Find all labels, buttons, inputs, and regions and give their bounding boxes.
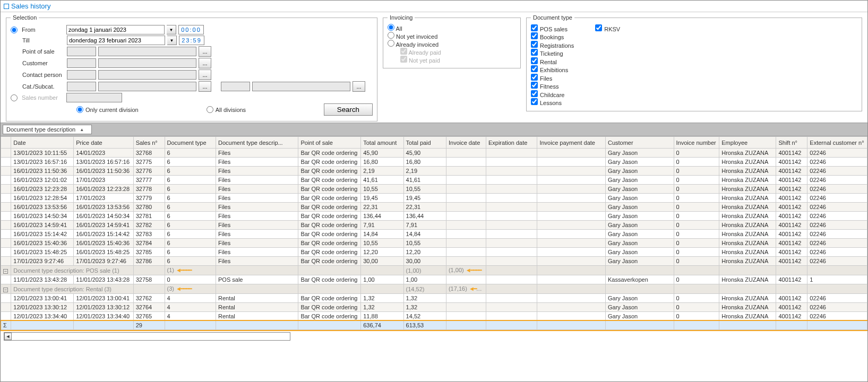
till-date-input[interactable] [67,36,165,45]
group-chip-label: Document type description [6,126,75,133]
invoicing-notyet-label: Not yet invoiced [396,33,437,40]
from-label: From [22,27,64,33]
col-header[interactable]: External customer n° [807,137,867,149]
pos-code-input[interactable] [67,47,96,56]
salesnum-radio[interactable] [11,94,18,101]
table-row[interactable]: 16/01/2023 15:40:3616/01/2023 15:40:3632… [1,239,867,248]
col-header[interactable]: Shift n° [776,137,807,149]
doctype-check-5[interactable] [531,65,538,72]
from-date-input[interactable] [66,25,165,34]
pos-name-input[interactable] [98,47,196,56]
doctype-check-0[interactable] [531,24,538,31]
table-row[interactable]: 17/01/2023 9:27:4617/01/2023 9:27:463278… [1,257,867,266]
table-row[interactable]: 16/01/2023 11:50:3616/01/2023 11:50:3632… [1,167,867,176]
salesnum-label: Sales number [22,94,64,101]
table-row[interactable]: 16/01/2023 15:14:4216/01/2023 15:14:4232… [1,230,867,239]
cat-name-input[interactable] [98,82,196,91]
customer-label: Customer [22,60,65,66]
table-row[interactable]: 12/01/2023 13:00:4112/01/2023 13:00:4132… [1,294,867,303]
col-header[interactable]: Point of sale [298,137,361,149]
table-row[interactable]: 16/01/2023 12:23:2816/01/2023 12:23:2832… [1,185,867,194]
already-paid-check [400,48,407,55]
scroll-left-icon[interactable]: ◄ [4,333,12,340]
table-row[interactable]: 13/01/2023 16:57:1613/01/2023 16:57:1632… [1,158,867,167]
group-chip[interactable]: Document type description ▲ [3,125,92,134]
col-header[interactable]: Employee [719,137,776,149]
doctype-label-1: Bookings [540,34,564,40]
invoicing-legend: Invoicing [388,14,415,21]
table-row[interactable]: 16/01/2023 14:50:3416/01/2023 14:50:3432… [1,212,867,221]
col-header[interactable]: Document type [165,137,216,149]
only-current-radio[interactable] [76,106,83,113]
invoicing-notyet-radio[interactable] [388,32,394,39]
col-header[interactable]: Expiration date [486,137,537,149]
collapse-icon[interactable]: − [3,269,8,274]
from-time-input[interactable] [178,25,204,34]
customer-lookup-button[interactable]: ... [199,58,211,68]
table-row[interactable]: 12/01/2023 13:30:1212/01/2023 13:30:1232… [1,303,867,312]
customer-name-input[interactable] [98,58,196,68]
doctype-label-2: Registrations [540,42,574,49]
doctype-check-4[interactable] [531,57,538,64]
table-row[interactable]: 16/01/2023 13:53:5616/01/2023 13:53:5632… [1,203,867,212]
col-header[interactable]: Sales n° [133,137,165,149]
doctype-check-6[interactable] [531,74,538,81]
doctype-check-7[interactable] [531,82,538,89]
invoicing-already-radio[interactable] [388,40,394,47]
col-header[interactable]: Total paid [403,137,446,149]
doctype-label-5: Exhibitions [540,67,568,73]
search-button[interactable]: Search [324,103,373,116]
table-row[interactable]: 11/01/2023 13:43:2811/01/2023 13:43:2832… [1,275,867,284]
all-divisions-label: All divisions [216,107,246,113]
col-header[interactable]: Customer [605,137,674,149]
doctype-check-3[interactable] [531,49,538,56]
subcat-name-input[interactable] [252,82,350,91]
group-header[interactable]: −Document type description: POS sale (1)… [1,266,867,275]
horizontal-scrollbar[interactable]: ◄ [4,332,290,341]
col-header[interactable]: Total amount [361,137,403,149]
pos-lookup-button[interactable]: ... [199,46,211,57]
contact-label: Contact person [22,72,65,78]
col-header[interactable]: Date [11,137,74,149]
cat-lookup-button[interactable]: ... [199,81,211,92]
table-row[interactable]: 16/01/2023 12:01:0217/01/2023327776Files… [1,176,867,185]
sales-grid[interactable]: DatePrice dateSales n°Document typeDocum… [1,136,867,330]
doctype-check-2[interactable] [531,41,538,48]
subcat-code-input[interactable] [221,82,250,91]
table-row[interactable]: 12/01/2023 13:34:4012/01/2023 13:34:4032… [1,312,867,321]
window-icon [4,4,9,9]
table-row[interactable]: 16/01/2023 15:48:2516/01/2023 15:48:2532… [1,248,867,257]
subcat-lookup-button[interactable]: ... [353,81,365,92]
contact-lookup-button[interactable]: ... [199,70,211,80]
col-header[interactable]: Invoice payment date [537,137,606,149]
from-radio[interactable] [11,27,18,33]
doctype-label-8: Childcare [540,92,564,98]
already-paid-label: Already paid [408,49,441,56]
all-divisions-radio[interactable] [207,106,213,113]
doctype-rksv-check[interactable] [595,24,602,31]
till-date-dropdown[interactable]: ▼ [167,36,177,45]
doctype-label-4: Rental [540,59,557,65]
till-time-input[interactable] [179,36,204,45]
invoicing-all-radio[interactable] [388,24,394,31]
col-header[interactable]: Price date [74,137,134,149]
col-header[interactable]: Invoice number [674,137,719,149]
doctype-check-8[interactable] [531,90,538,97]
doctype-check-1[interactable] [531,32,538,39]
invoicing-already-label: Already invoiced [396,41,439,48]
contact-name-input[interactable] [98,70,196,80]
col-header[interactable]: Invoice date [446,137,486,149]
cat-code-input[interactable] [67,82,96,91]
from-date-dropdown[interactable]: ▼ [167,25,176,34]
table-row[interactable]: 16/01/2023 14:59:4116/01/2023 14:59:4132… [1,221,867,230]
group-header[interactable]: −Document type description: Rental (3)(3… [1,284,867,294]
salesnum-input[interactable] [66,93,122,102]
customer-code-input[interactable] [67,58,96,68]
col-header[interactable]: Document type descrip... [216,137,298,149]
doctype-check-9[interactable] [531,98,538,105]
collapse-icon[interactable]: − [3,288,8,292]
contact-code-input[interactable] [67,70,96,80]
group-by-bar[interactable]: Document type description ▲ [1,123,867,136]
table-row[interactable]: 16/01/2023 12:28:5417/01/2023327796Files… [1,194,867,203]
table-row[interactable]: 13/01/2023 10:11:5514/01/2023327686Files… [1,149,867,158]
